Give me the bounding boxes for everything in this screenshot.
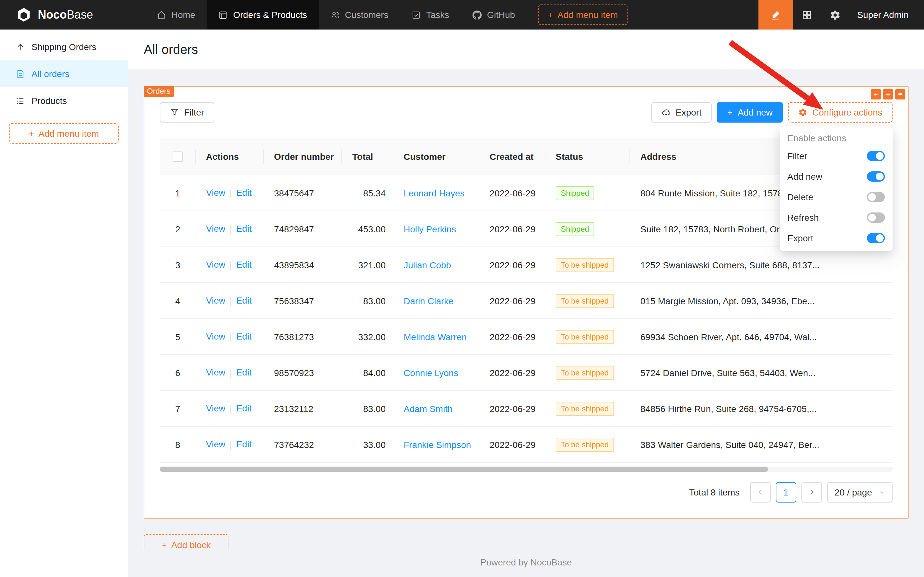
edit-link[interactable]: Edit <box>236 403 251 414</box>
enable-action-item[interactable]: Export <box>780 228 893 248</box>
view-link[interactable]: View <box>206 296 225 306</box>
sidebar-item-products[interactable]: Products <box>0 87 128 114</box>
customer-link[interactable]: Melinda Warren <box>404 332 467 342</box>
github-icon <box>472 10 482 19</box>
order-number-cell: 38475647 <box>264 188 342 198</box>
edit-link[interactable]: Edit <box>236 296 251 306</box>
row-actions-cell: ViewEdit <box>196 224 264 234</box>
pagination-page-1[interactable]: 1 <box>776 482 796 503</box>
edit-link[interactable]: Edit <box>236 188 251 198</box>
view-link[interactable]: View <box>206 403 225 414</box>
row-index-cell: 7 <box>160 403 196 414</box>
orders-table-block: Orders + + ≡ Filter Export <box>144 86 909 519</box>
customer-cell: Holly Perkins <box>393 224 479 234</box>
toggle-switch[interactable] <box>867 233 885 243</box>
toggle-switch[interactable] <box>867 213 885 223</box>
view-link[interactable]: View <box>206 224 225 234</box>
nav-item-customers[interactable]: Customers <box>319 0 400 29</box>
view-link[interactable]: View <box>206 259 225 270</box>
created-at-cell: 2022-06-29 <box>479 259 546 270</box>
customer-cell: Adam Smith <box>393 403 479 414</box>
total-cell: 332.00 <box>342 332 393 342</box>
nav-item-orders-products[interactable]: Orders & Products <box>207 0 319 29</box>
row-index-cell: 6 <box>160 367 196 378</box>
row-actions-cell: ViewEdit <box>196 188 264 198</box>
edit-link[interactable]: Edit <box>236 439 251 450</box>
plugin-manager-button[interactable] <box>793 0 821 29</box>
user-menu[interactable]: Super Admin <box>850 0 924 29</box>
add-block-button[interactable]: + Add block <box>144 534 229 550</box>
created-at-cell: 2022-06-29 <box>479 439 546 450</box>
toggle-switch[interactable] <box>867 151 885 161</box>
sidebar: Shipping Orders All orders Products + Ad… <box>0 29 128 577</box>
plus-icon: + <box>727 107 732 118</box>
plus-icon: + <box>548 10 553 20</box>
customer-link[interactable]: Frankie Simpson <box>404 439 471 450</box>
status-cell: Shipped <box>546 222 630 236</box>
enable-action-item[interactable]: Refresh <box>780 207 893 228</box>
customer-link[interactable]: Leonard Hayes <box>404 188 465 198</box>
file-icon <box>15 69 25 79</box>
customer-link[interactable]: Julian Cobb <box>404 259 451 270</box>
row-index-cell: 3 <box>160 259 196 270</box>
row-index-cell: 4 <box>160 296 196 306</box>
view-link[interactable]: View <box>206 188 225 198</box>
edit-link[interactable]: Edit <box>236 224 251 234</box>
page-size-select[interactable]: 20 / page <box>827 482 893 503</box>
designer-add-icon[interactable]: + <box>871 89 881 100</box>
pagination-prev-button[interactable] <box>750 482 770 503</box>
add-menu-item-button[interactable]: + Add menu item <box>538 5 628 25</box>
view-link[interactable]: View <box>206 332 225 342</box>
customer-link[interactable]: Connie Lyons <box>404 367 458 378</box>
page-header: All orders <box>128 29 924 69</box>
nav-item-tasks[interactable]: Tasks <box>400 0 461 29</box>
row-index-cell: 1 <box>160 188 196 198</box>
view-link[interactable]: View <box>206 367 225 378</box>
address-cell: 5724 Daniel Drive, Suite 563, 54403, Wen… <box>630 367 893 378</box>
pagination-next-button[interactable] <box>801 482 822 503</box>
designer-insert-icon[interactable]: + <box>883 89 893 100</box>
sidebar-add-menu-item-button[interactable]: + Add menu item <box>9 123 119 144</box>
toggle-switch[interactable] <box>867 171 885 182</box>
row-actions-cell: ViewEdit <box>196 332 264 342</box>
status-cell: Shipped <box>546 186 630 200</box>
top-nav: NocoBase Home Orders & Products Customer… <box>0 0 924 29</box>
actions-divider <box>230 441 231 450</box>
address-cell: 015 Margie Mission, Apt. 093, 34936, Ebe… <box>630 296 893 306</box>
select-all-checkbox[interactable] <box>172 151 183 161</box>
actions-divider <box>230 189 231 198</box>
designer-menu-icon[interactable]: ≡ <box>895 89 905 100</box>
enable-action-label: Delete <box>787 192 813 202</box>
customer-cell: Connie Lyons <box>393 367 479 378</box>
toolbar-right: Export + Add new Configure actions <box>651 102 893 122</box>
ui-editor-button[interactable] <box>758 0 793 29</box>
settings-button[interactable] <box>821 0 850 29</box>
enable-action-item[interactable]: Delete <box>780 187 893 207</box>
sidebar-item-label: Shipping Orders <box>31 42 96 52</box>
sidebar-item-all-orders[interactable]: All orders <box>0 60 128 87</box>
view-link[interactable]: View <box>206 439 225 450</box>
export-button[interactable]: Export <box>651 102 712 122</box>
toggle-switch[interactable] <box>867 192 885 202</box>
highlighter-icon <box>770 9 781 20</box>
customer-link[interactable]: Holly Perkins <box>404 224 456 234</box>
total-cell: 321.00 <box>342 259 393 270</box>
address-cell: 1252 Swaniawski Corners, Suite 688, 8137… <box>630 259 893 270</box>
add-new-button[interactable]: + Add new <box>717 102 783 122</box>
edit-link[interactable]: Edit <box>236 332 251 342</box>
brand-name: NocoBase <box>38 8 93 21</box>
edit-link[interactable]: Edit <box>236 259 251 270</box>
enable-action-item[interactable]: Add new <box>780 166 893 187</box>
brand[interactable]: NocoBase <box>0 0 128 29</box>
main-nav: Home Orders & Products Customers Tasks G… <box>145 0 526 29</box>
filter-button[interactable]: Filter <box>160 102 214 122</box>
edit-link[interactable]: Edit <box>236 367 251 378</box>
nav-item-home[interactable]: Home <box>145 0 207 29</box>
customer-link[interactable]: Adam Smith <box>404 403 453 414</box>
sidebar-item-shipping-orders[interactable]: Shipping Orders <box>0 33 128 60</box>
scrollbar-thumb[interactable] <box>160 467 768 472</box>
nav-item-github[interactable]: GitHub <box>461 0 526 29</box>
enable-action-item[interactable]: Filter <box>780 146 893 166</box>
customer-link[interactable]: Darin Clarke <box>404 296 454 306</box>
configure-actions-button[interactable]: Configure actions <box>788 102 893 122</box>
